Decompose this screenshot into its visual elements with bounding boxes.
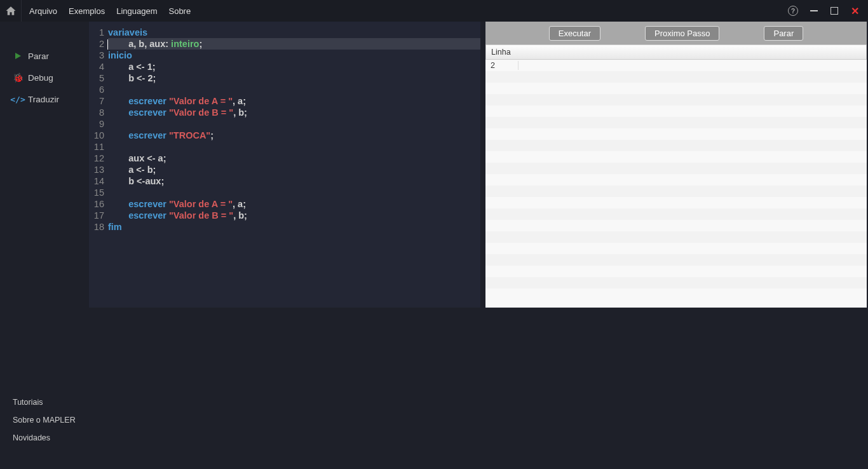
menu-exemplos[interactable]: Exemplos xyxy=(69,6,105,16)
output-console xyxy=(89,308,868,469)
debug-row[interactable] xyxy=(485,254,867,266)
debug-executar-button[interactable]: Executar xyxy=(549,26,600,41)
code-line-14[interactable]: b <-aux; xyxy=(108,175,480,187)
code-line-12[interactable]: aux <- a; xyxy=(108,153,480,164)
code-line-11[interactable] xyxy=(108,141,480,153)
code-line-18[interactable]: fim xyxy=(108,221,480,233)
code-icon: </> xyxy=(13,94,23,104)
play-icon xyxy=(13,51,23,61)
code-line-17[interactable]: escrever "Valor de B = ", b; xyxy=(108,210,480,221)
home-icon xyxy=(5,5,17,17)
code-line-5[interactable]: b <- 2; xyxy=(108,72,480,84)
debug-row[interactable] xyxy=(485,243,867,254)
link-tutoriais[interactable]: Tutoriais xyxy=(13,398,76,407)
code-line-4[interactable]: a <- 1; xyxy=(108,61,480,72)
help-icon[interactable]: ? xyxy=(788,6,798,16)
code-line-10[interactable]: escrever "TROCA"; xyxy=(108,130,480,141)
debug-row[interactable] xyxy=(485,151,867,163)
debug-row[interactable] xyxy=(485,83,867,94)
code-line-13[interactable]: a <- b; xyxy=(108,164,480,175)
debug-parar-button[interactable]: Parar xyxy=(764,26,803,41)
debug-proximo-passo-button[interactable]: Proximo Passo xyxy=(645,26,719,41)
bug-icon: 🐞 xyxy=(13,72,23,83)
debug-row[interactable] xyxy=(485,208,867,220)
debug-row[interactable]: 2 xyxy=(485,60,867,71)
code-line-6[interactable] xyxy=(108,84,480,95)
debug-row[interactable] xyxy=(485,220,867,231)
debug-row[interactable] xyxy=(485,231,867,243)
sidebar-debug[interactable]: 🐞Debug xyxy=(0,69,89,86)
code-line-16[interactable]: escrever "Valor de A = ", a; xyxy=(108,198,480,210)
debug-panel: ExecutarProximo PassoParar Linha 2 xyxy=(485,22,867,308)
code-line-2[interactable]: a, b, aux: inteiro; xyxy=(108,38,480,50)
debug-row[interactable] xyxy=(485,186,867,197)
code-line-15[interactable] xyxy=(108,187,480,198)
sidebar: Parar🐞Debug</>Traduzir TutoriaisSobre o … xyxy=(0,22,89,469)
link-novidades[interactable]: Novidades xyxy=(13,433,76,442)
code-line-3[interactable]: inicio xyxy=(108,50,480,61)
code-line-7[interactable]: escrever "Valor de A = ", a; xyxy=(108,95,480,107)
code-line-9[interactable] xyxy=(108,118,480,130)
maximize-button[interactable] xyxy=(830,6,839,15)
debug-row[interactable] xyxy=(485,163,867,174)
debug-row[interactable] xyxy=(485,197,867,208)
code-line-1[interactable]: variaveis xyxy=(108,27,480,38)
close-button[interactable]: ✕ xyxy=(850,6,859,15)
code-editor[interactable]: 123456789101112131415161718 variaveis a,… xyxy=(89,22,480,308)
code-line-8[interactable]: escrever "Valor de B = ", b; xyxy=(108,107,480,118)
debug-row[interactable] xyxy=(485,140,867,151)
debug-row[interactable] xyxy=(485,94,867,105)
debug-row[interactable] xyxy=(485,71,867,83)
menubar: ArquivoExemplosLinguagemSobre ? ✕ xyxy=(0,0,868,22)
debug-table-header: Linha xyxy=(485,44,867,60)
link-sobre-o-mapler[interactable]: Sobre o MAPLER xyxy=(13,416,76,425)
debug-row[interactable] xyxy=(485,266,867,277)
debug-row[interactable] xyxy=(485,117,867,128)
sidebar-traduzir[interactable]: </>Traduzir xyxy=(0,90,89,108)
menu-linguagem[interactable]: Linguagem xyxy=(116,6,157,16)
sidebar-parar[interactable]: Parar xyxy=(0,47,89,65)
debug-row[interactable] xyxy=(485,277,867,289)
menu-arquivo[interactable]: Arquivo xyxy=(29,6,57,16)
menu-sobre[interactable]: Sobre xyxy=(168,6,191,16)
debug-row[interactable] xyxy=(485,128,867,140)
debug-row[interactable] xyxy=(485,174,867,186)
debug-row[interactable] xyxy=(485,105,867,117)
home-button[interactable] xyxy=(0,0,22,22)
minimize-button[interactable] xyxy=(810,6,818,15)
window-controls: ? ✕ xyxy=(788,6,868,16)
